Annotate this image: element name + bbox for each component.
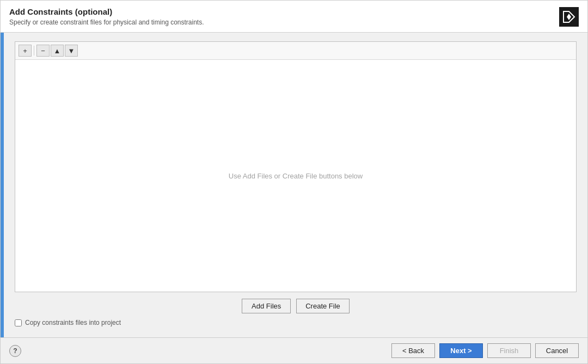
footer-left: ?: [9, 345, 21, 357]
file-list-toolbar: + − ▲ ▼: [15, 42, 576, 60]
header-text: Add Constraints (optional) Specify or cr…: [9, 7, 204, 26]
amd-logo-icon: [561, 9, 577, 24]
add-file-toolbar-button[interactable]: +: [19, 45, 32, 57]
dialog: Add Constraints (optional) Specify or cr…: [0, 0, 588, 364]
main-content: + − ▲ ▼ Use Add Files or Create File b: [4, 33, 587, 337]
add-icon: +: [23, 47, 27, 55]
header: Add Constraints (optional) Specify or cr…: [1, 1, 587, 33]
arrow-up-icon: ▲: [54, 47, 61, 55]
move-down-toolbar-button[interactable]: ▼: [65, 45, 78, 57]
page-subtitle: Specify or create constraint files for p…: [9, 18, 204, 26]
remove-file-toolbar-button[interactable]: −: [36, 45, 50, 57]
create-file-button[interactable]: Create File: [296, 299, 350, 313]
empty-message: Use Add Files or Create File buttons bel…: [229, 172, 363, 180]
file-action-buttons: Add Files Create File: [15, 299, 577, 313]
add-files-button[interactable]: Add Files: [242, 299, 291, 313]
arrow-down-icon: ▼: [68, 47, 75, 55]
move-up-toolbar-button[interactable]: ▲: [51, 45, 64, 57]
help-button[interactable]: ?: [9, 345, 21, 357]
copy-constraints-checkbox[interactable]: [15, 319, 22, 326]
file-list-panel: + − ▲ ▼ Use Add Files or Create File b: [15, 41, 577, 292]
finish-button[interactable]: Finish: [487, 343, 531, 358]
cancel-button[interactable]: Cancel: [535, 343, 579, 358]
amd-logo: [559, 7, 579, 27]
back-button[interactable]: < Back: [391, 343, 435, 358]
copy-constraints-row: Copy constraints files into project: [15, 319, 577, 326]
copy-constraints-label[interactable]: Copy constraints files into project: [25, 319, 121, 326]
toolbar-separator: [34, 46, 34, 55]
file-list-content: Use Add Files or Create File buttons bel…: [15, 60, 576, 292]
footer-right: < Back Next > Finish Cancel: [391, 343, 579, 358]
footer: ? < Back Next > Finish Cancel: [1, 337, 587, 363]
content-area: + − ▲ ▼ Use Add Files or Create File b: [1, 33, 587, 337]
next-button[interactable]: Next >: [439, 343, 483, 358]
minus-icon: −: [41, 47, 45, 55]
page-title: Add Constraints (optional): [9, 7, 204, 16]
